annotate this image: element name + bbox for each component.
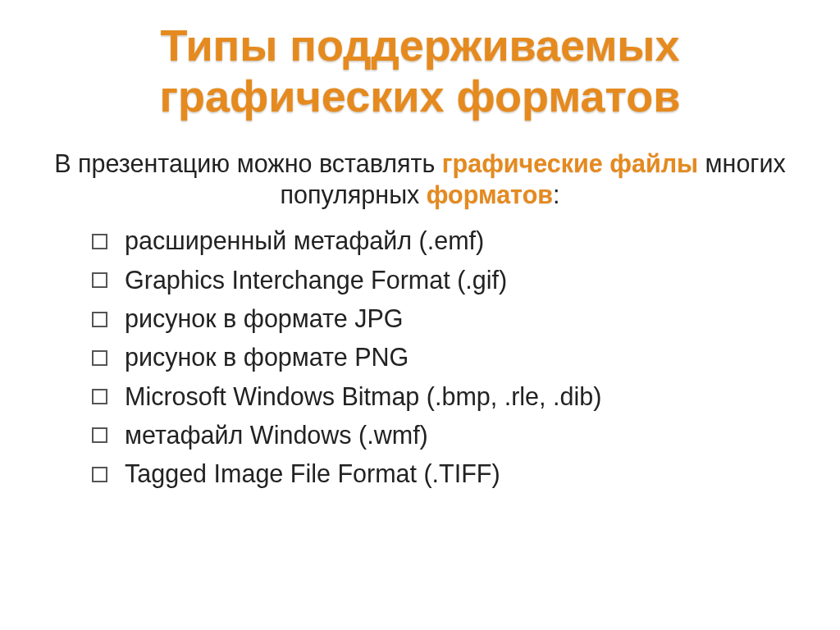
list-item: Microsoft Windows Bitmap (.bmp, .rle, .d… [92,377,791,416]
list-item-label: Tagged Image File Format (.TIFF) [125,459,500,487]
intro-accent-2: форматов [427,180,553,208]
list-item-label: Microsoft Windows Bitmap (.bmp, .rle, .d… [125,382,601,410]
list-item-label: рисунок в формате JPG [125,304,403,332]
format-list: расширенный метафайл (.emf) Graphics Int… [49,221,791,493]
intro-accent-1: графические файлы [442,149,698,177]
list-item: Tagged Image File Format (.TIFF) [92,454,791,493]
slide: Типы поддерживаемых графических форматов… [0,0,840,630]
intro-paragraph: В презентацию можно вставлять графически… [49,148,791,210]
list-item: Graphics Interchange Format (.gif) [92,261,791,299]
intro-text-1: В презентацию можно вставлять [54,149,442,177]
list-item-label: расширенный метафайл (.emf) [125,226,484,254]
list-item: рисунок в формате PNG [92,338,791,377]
list-item: расширенный метафайл (.emf) [92,221,791,260]
title-line-2: графических форматов [160,71,681,121]
list-item: рисунок в формате JPG [92,299,791,338]
list-item-label: Graphics Interchange Format (.gif) [125,266,507,294]
title-line-1: Типы поддерживаемых [160,21,679,70]
intro-text-3: : [553,180,559,208]
slide-title: Типы поддерживаемых графических форматов [49,20,791,121]
list-item: метафайл Windows (.wmf) [92,416,791,454]
list-item-label: рисунок в формате PNG [125,343,409,371]
list-item-label: метафайл Windows (.wmf) [125,421,428,449]
